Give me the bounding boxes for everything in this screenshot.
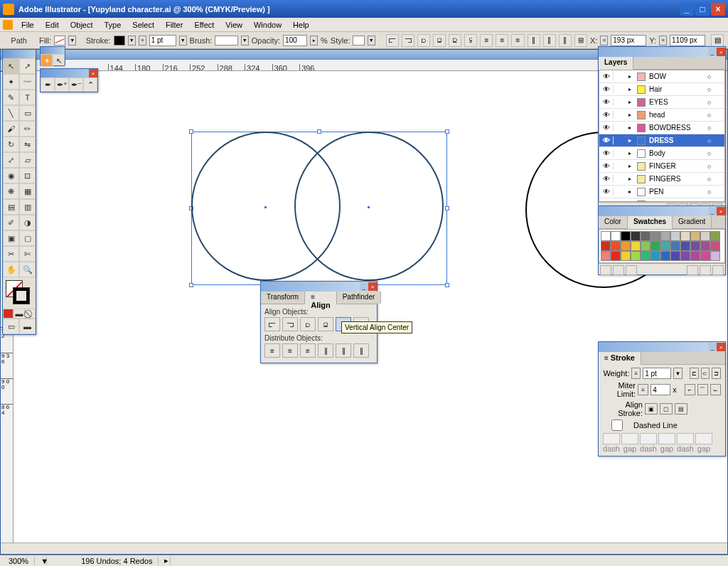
- weight-dropdown[interactable]: ▼: [179, 36, 187, 46]
- dist-bottom-icon[interactable]: ≡: [511, 34, 524, 47]
- dist-vcenter-icon[interactable]: ≡: [496, 34, 508, 47]
- swatch[interactable]: [680, 231, 690, 241]
- target-icon[interactable]: ○: [707, 188, 717, 196]
- align-top-icon[interactable]: ⫑: [433, 34, 446, 47]
- cap-round-icon[interactable]: ⊂: [701, 368, 710, 379]
- align-right-button[interactable]: ⫐: [300, 317, 316, 331]
- join-miter-icon[interactable]: ⌐: [685, 384, 695, 395]
- tab-transform[interactable]: Transform: [261, 292, 305, 304]
- swatch[interactable]: [631, 241, 641, 251]
- disclosure-icon[interactable]: ▸: [625, 150, 635, 156]
- swatch[interactable]: [651, 231, 660, 241]
- visibility-icon[interactable]: 👁: [599, 175, 614, 183]
- swatch[interactable]: [601, 251, 611, 261]
- visibility-icon[interactable]: 👁: [599, 111, 614, 119]
- swatch[interactable]: [641, 251, 651, 261]
- menu-edit[interactable]: Edit: [40, 19, 65, 31]
- panel-minimize-button[interactable]: _: [708, 343, 717, 351]
- dashed-line-checkbox[interactable]: [603, 420, 631, 431]
- swatch[interactable]: [710, 241, 720, 251]
- cap-butt-icon[interactable]: ⊏: [690, 368, 699, 379]
- slice-tool-icon[interactable]: ✂: [3, 246, 19, 262]
- swatch[interactable]: [611, 231, 621, 241]
- align-top-button[interactable]: ⫑: [318, 317, 333, 331]
- direct-selection-tool-icon[interactable]: ↗: [19, 58, 36, 74]
- scale-tool-icon[interactable]: ⤢: [3, 152, 19, 168]
- fill-dropdown[interactable]: ▼: [68, 36, 76, 46]
- dash-input[interactable]: [640, 433, 657, 444]
- align-left-button[interactable]: ⫍: [264, 317, 280, 331]
- align-stroke-center-icon[interactable]: ▣: [645, 403, 658, 415]
- panel-minimize-button[interactable]: _: [708, 48, 717, 56]
- disclosure-icon[interactable]: ▸: [625, 137, 635, 144]
- menu-type[interactable]: Type: [99, 19, 127, 31]
- lasso-tool-icon[interactable]: 〰: [19, 74, 36, 90]
- arrow-tool-icon[interactable]: ↖: [53, 54, 65, 67]
- swatch[interactable]: [690, 241, 700, 251]
- opacity-dropdown[interactable]: ▸: [310, 36, 318, 46]
- live-paint-selection-tool-icon[interactable]: ▢: [19, 230, 36, 246]
- target-icon[interactable]: ○: [707, 150, 717, 157]
- panel-close-button[interactable]: ×: [368, 282, 377, 291]
- disclosure-icon[interactable]: ▸: [625, 124, 635, 131]
- menu-filter[interactable]: Filter: [160, 19, 188, 31]
- align-vcenter-icon[interactable]: ⫒: [449, 34, 461, 47]
- swatch[interactable]: [641, 241, 651, 251]
- gap-input[interactable]: [621, 433, 638, 444]
- panel-close-button[interactable]: ×: [717, 207, 725, 215]
- new-swatch-icon[interactable]: [700, 265, 711, 275]
- swatch[interactable]: [710, 251, 720, 261]
- swatch[interactable]: [611, 241, 621, 251]
- dist-right-button[interactable]: ‖: [353, 343, 369, 358]
- target-icon[interactable]: ○: [707, 73, 717, 80]
- panel-close-button[interactable]: ×: [717, 48, 725, 56]
- swatch[interactable]: [660, 251, 670, 261]
- tab-layers[interactable]: Layers: [599, 57, 633, 70]
- swatch[interactable]: [651, 251, 660, 261]
- line-tool-icon[interactable]: ╲: [3, 105, 19, 121]
- paintbrush-tool-icon[interactable]: 🖌: [3, 121, 19, 137]
- layer-row[interactable]: 👁 ▸ DRESS ○: [599, 134, 724, 147]
- join-bevel-icon[interactable]: ⌙: [710, 384, 721, 395]
- layer-row[interactable]: 👁 ▸ BOWDRESS ○: [599, 122, 724, 134]
- fill-swatch[interactable]: [54, 36, 65, 46]
- target-icon[interactable]: ○: [707, 112, 717, 119]
- dist-top-button[interactable]: ≡: [264, 343, 280, 358]
- align-right-icon[interactable]: ⫐: [417, 34, 430, 47]
- dist-right-icon[interactable]: ‖: [559, 34, 572, 47]
- align-stroke-outside-icon[interactable]: ▤: [675, 403, 687, 415]
- dist-hcenter-button[interactable]: ‖: [336, 343, 351, 358]
- stroke-weight-input[interactable]: [149, 35, 176, 46]
- disclosure-icon[interactable]: ▸: [625, 163, 635, 169]
- full-screen-icon[interactable]: ▬: [19, 319, 36, 334]
- weight-stepper[interactable]: ≡: [139, 36, 146, 46]
- visibility-icon[interactable]: 👁: [599, 149, 614, 157]
- free-transform-tool-icon[interactable]: ⊡: [19, 168, 36, 183]
- graph-tool-icon[interactable]: ▦: [19, 183, 36, 199]
- swatch[interactable]: [690, 231, 700, 241]
- show-swatch-kinds-icon[interactable]: [613, 265, 624, 275]
- target-icon[interactable]: ○: [707, 99, 717, 106]
- swatch[interactable]: [601, 231, 611, 241]
- menu-help[interactable]: Help: [287, 19, 315, 31]
- dist-top-icon[interactable]: ≡: [480, 34, 493, 47]
- warp-tool-icon[interactable]: ◉: [3, 168, 19, 183]
- blend-tool-icon[interactable]: ◑: [19, 215, 36, 230]
- menu-view[interactable]: View: [220, 19, 248, 31]
- layer-row[interactable]: 👁 ▸ FINGER ○: [599, 160, 724, 173]
- target-icon[interactable]: ○: [707, 86, 717, 93]
- toolbox-grip[interactable]: [3, 50, 36, 58]
- swatch-options-icon[interactable]: [626, 265, 637, 275]
- panel-minimize-button[interactable]: _: [708, 207, 717, 215]
- fill-stroke-control[interactable]: [4, 279, 34, 307]
- miter-limit-input[interactable]: [651, 384, 670, 395]
- magic-wand-tool-icon[interactable]: ✦: [3, 74, 19, 90]
- swatch[interactable]: [670, 251, 680, 261]
- swatch[interactable]: [601, 241, 611, 251]
- menu-select[interactable]: Select: [127, 19, 160, 31]
- disclosure-icon[interactable]: ▸: [625, 176, 635, 182]
- menu-window[interactable]: Window: [248, 19, 287, 31]
- swatch[interactable]: [621, 231, 631, 241]
- brush-swatch[interactable]: [215, 36, 237, 46]
- target-icon[interactable]: ○: [707, 124, 717, 132]
